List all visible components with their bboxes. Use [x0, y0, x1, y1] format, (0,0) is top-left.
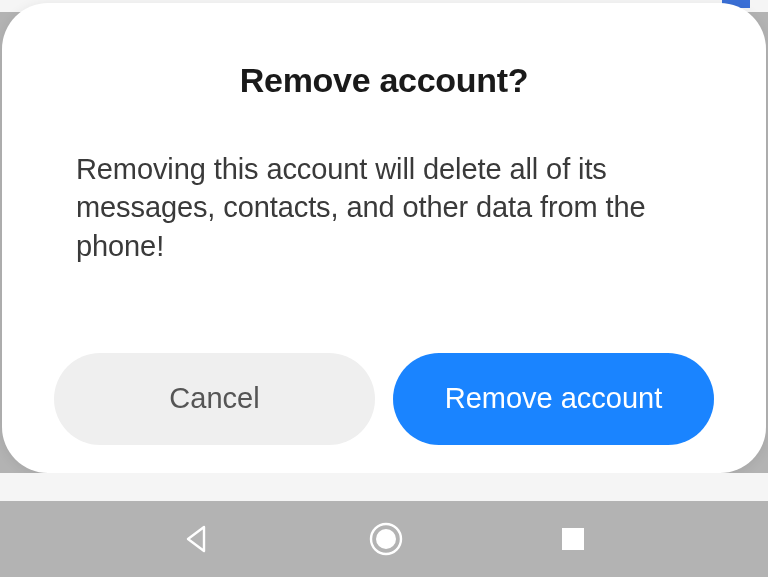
- dialog-body-text: Removing this account will delete all of…: [2, 150, 766, 265]
- cancel-button[interactable]: Cancel: [54, 353, 375, 445]
- remove-account-button[interactable]: Remove account: [393, 353, 714, 445]
- dialog-title: Remove account?: [2, 61, 766, 100]
- svg-rect-2: [562, 528, 584, 550]
- svg-point-1: [376, 529, 396, 549]
- home-icon[interactable]: [368, 521, 404, 557]
- system-nav-bar: [0, 501, 768, 577]
- confirm-dialog: Remove account? Removing this account wi…: [2, 3, 766, 473]
- back-icon[interactable]: [182, 524, 212, 554]
- recent-apps-icon[interactable]: [560, 526, 586, 552]
- dialog-actions: Cancel Remove account: [2, 353, 766, 445]
- backdrop-below-strip: [0, 473, 768, 501]
